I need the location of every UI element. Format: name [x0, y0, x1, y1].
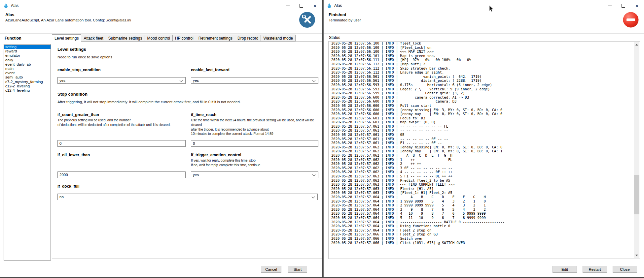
start-button[interactable]: Start	[288, 266, 307, 273]
right-window-title: Alas	[334, 3, 342, 8]
section-rule	[57, 62, 318, 62]
log-line: 2020-05-28 12:07:57.062 | INFO | 2 -- ++…	[331, 162, 632, 166]
close-run-button[interactable]: Close	[613, 266, 637, 273]
log-line: 2020-05-28 12:07:56.593 | INFO | Edges: …	[331, 87, 632, 91]
if-oil-lower-than-input[interactable]	[57, 171, 186, 178]
function-list-item[interactable]: main	[4, 67, 51, 71]
log-line: 2020-05-28 12:07:57.061 | INFO | F1 -- -…	[331, 141, 632, 145]
selected-value: yes	[58, 78, 65, 82]
function-list-item[interactable]: daily	[4, 58, 51, 62]
log-line: 2020-05-28 12:07:57.062 | INFO | 1 -- ++…	[331, 158, 632, 162]
cancel-button[interactable]: Cancel	[261, 266, 281, 273]
log-line: 2020-05-28 12:07:56.561 | INFO | vanish_…	[331, 75, 632, 79]
minimize-button[interactable]	[603, 0, 617, 11]
log-line: 2020-05-28 12:07:57.062 | INFO | [enemy_…	[331, 149, 632, 153]
if-trigger-emotion-control-select[interactable]: yes	[191, 171, 318, 178]
log-line: 2020-05-28 12:07:56.600 | INFO | [enemy_…	[331, 112, 632, 116]
log-line: 2020-05-28 12:07:57.063 | INFO | 5 F1 --…	[331, 174, 632, 178]
field-desc: If yes, wait for reply, complete this ti…	[191, 158, 318, 168]
close-button[interactable]: ×	[630, 0, 644, 11]
log-scrollbar[interactable]	[634, 42, 639, 258]
log-line: 2020-05-28 12:07:57.061 | INFO | -- -- -…	[331, 137, 632, 141]
enable-fast-forward-select[interactable]: yes	[191, 77, 318, 84]
log-line: 2020-05-28 12:07:57.063 | INFO | [Fleet_…	[331, 191, 632, 195]
log-line: 2020-05-28 12:07:57.064 | INFO | Using f…	[331, 224, 632, 228]
log-line: 2020-05-28 12:07:56.599 | INFO | Center …	[331, 91, 632, 95]
log-line: 2020-05-28 12:07:56.100 | INFO | <<< MAP…	[331, 49, 632, 54]
settings-tab[interactable]: Submarine settings	[106, 35, 145, 42]
field-enable-stop-condition: enable_stop_condition yes	[57, 66, 186, 88]
log-line: 2020-05-28 12:07:56.101 | INFO | Map is …	[331, 54, 632, 58]
settings-tab[interactable]: Wasteland mode	[261, 35, 296, 42]
header-divider	[0, 33, 322, 34]
alas-logo-icon	[327, 3, 332, 8]
function-list: settingrewardemulatordailyevent_daily_ab…	[4, 44, 51, 261]
selected-value: yes	[191, 78, 199, 82]
maximize-button[interactable]	[617, 0, 630, 11]
minimize-icon	[286, 6, 290, 6]
function-list-item[interactable]: event	[4, 71, 51, 75]
left-window-title: Alas	[11, 3, 18, 8]
log-line: 2020-05-28 12:07:57.064 | INFO | A B C D…	[331, 195, 632, 199]
close-button[interactable]: ×	[308, 0, 322, 11]
settings-tab[interactable]: HP control	[172, 35, 196, 42]
field-label: if_dock_full	[57, 184, 318, 189]
field-if-time-reach: if_time_reach Use the time within the ne…	[191, 111, 318, 151]
log-line: 2020-05-28 12:07:57.064 | INFO | 1 9999 …	[331, 199, 632, 203]
stop-condition-title: Stop condition	[57, 92, 318, 97]
minimize-button[interactable]	[281, 0, 295, 11]
log-line: 2020-05-28 12:07:56.600 | INFO | Camera:…	[331, 99, 632, 104]
settings-tab[interactable]: Level settings	[52, 34, 81, 42]
function-list-item[interactable]: event_daily_ab	[4, 62, 51, 67]
if-time-reach-input[interactable]	[191, 140, 318, 147]
tools-icon	[299, 12, 315, 28]
settings-tab[interactable]: Retirement settings	[196, 35, 235, 42]
scroll-up-icon[interactable]	[634, 42, 639, 47]
field-label: enable_fast_forward	[191, 68, 318, 72]
function-list-item[interactable]: emulator	[4, 53, 51, 58]
log-line: 2020-05-28 12:07:57.064 | INFO | Fleet 2…	[331, 228, 632, 232]
log-line: 2020-05-28 12:07:57.064 | INFO | 4 10 9 …	[331, 211, 632, 216]
left-titlebar[interactable]: Alas ×	[0, 0, 322, 11]
settings-tab[interactable]: Attack fleet	[81, 35, 106, 42]
settings-tab[interactable]: Drop record	[235, 35, 261, 42]
run-status-title: Finished	[329, 12, 346, 17]
chevron-down-icon	[312, 79, 316, 82]
scrollbar-thumb[interactable]	[634, 175, 639, 214]
enable-stop-condition-select[interactable]: yes	[57, 77, 186, 84]
stop-sign-icon	[623, 12, 639, 28]
log-line: 2020-05-28 12:07:56.111 | INFO | [HP] 97…	[331, 58, 632, 62]
field-label: if_time_reach	[191, 112, 318, 117]
function-list-item[interactable]: setting	[4, 45, 51, 49]
function-list-item[interactable]: semi_auto	[4, 75, 51, 79]
settings-tab[interactable]: Mood control	[145, 35, 173, 42]
log-line: 2020-05-28 12:07:56.100 | INFO | fleet_l…	[331, 41, 632, 46]
right-titlebar[interactable]: Alas ×	[324, 0, 644, 11]
function-label: Function	[5, 36, 21, 41]
restart-button[interactable]: Restart	[583, 266, 607, 273]
log-line: 2020-05-28 12:07:56.112 | INFO | [Map_bu…	[331, 62, 632, 66]
app-title: Alas	[5, 12, 14, 17]
alas-logo-icon	[3, 3, 9, 8]
status-label: Status	[329, 35, 340, 40]
scroll-down-icon[interactable]	[634, 253, 639, 258]
field-enable-fast-forward: enable_fast_forward yes	[191, 66, 318, 88]
if-dock-full-select[interactable]: no	[57, 194, 318, 200]
field-desc: Use the time within the next 24 hours, t…	[191, 118, 318, 136]
if-count-greater-than-input[interactable]	[57, 140, 186, 147]
function-list-item[interactable]: c7-2_mystery_farming	[4, 80, 51, 84]
alas-config-window: Alas × Alas AzurLaneAutoScript, An Azur …	[0, 0, 322, 277]
maximize-button[interactable]	[295, 0, 308, 11]
function-list-item[interactable]: reward	[4, 49, 51, 53]
app-subtitle: AzurLaneAutoScript, An Azur Lane automat…	[5, 18, 131, 22]
field-desc: The previous setting will be used, and t…	[57, 118, 186, 127]
section-rule	[57, 107, 318, 107]
right-footer: Edit Restart Close	[324, 266, 644, 273]
field-if-oil-lower-than: if_oil_lower_than	[57, 151, 186, 183]
field-label: enable_stop_condition	[57, 68, 186, 72]
panel-section-desc: Need to run once to save options	[57, 55, 318, 59]
function-list-item[interactable]: c12-2_leveling	[4, 84, 51, 88]
function-list-item[interactable]: c12-4_leveling	[4, 88, 51, 93]
edit-button[interactable]: Edit	[553, 266, 577, 273]
log-line: 2020-05-28 12:07:57.061 | INFO | -- -- -…	[331, 128, 632, 133]
